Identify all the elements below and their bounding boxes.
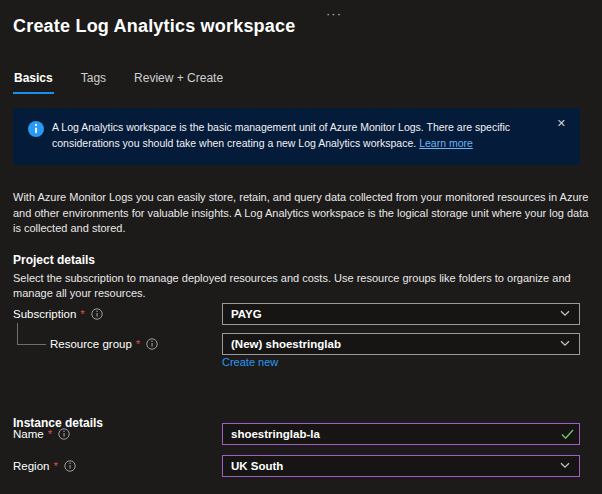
subscription-dropdown-value: PAYG (231, 308, 559, 320)
resource-group-info-icon[interactable] (146, 338, 158, 350)
chevron-down-icon (559, 307, 571, 321)
tab-tags[interactable]: Tags (80, 68, 107, 94)
resource-group-dropdown[interactable]: (New) shoestringlab (222, 333, 580, 355)
region-dropdown[interactable]: UK South (222, 455, 580, 477)
subscription-info-icon[interactable] (91, 308, 103, 320)
resource-group-label-text: Resource group (50, 338, 132, 350)
tab-review-create[interactable]: Review + Create (133, 68, 224, 94)
more-options-button[interactable]: ··· (322, 2, 346, 25)
valid-check-icon (560, 427, 574, 441)
ellipsis-icon: ··· (326, 6, 342, 21)
subscription-dropdown[interactable]: PAYG (222, 303, 580, 325)
wizard-tabs: Basics Tags Review + Create (13, 68, 224, 94)
page-title: Create Log Analytics workspace (13, 16, 295, 37)
create-log-analytics-workspace-page: Create Log Analytics workspace ··· Basic… (0, 0, 602, 494)
banner-message: A Log Analytics workspace is the basic m… (52, 119, 546, 152)
region-info-icon[interactable] (64, 460, 76, 472)
close-icon: ✕ (557, 117, 566, 129)
chevron-down-icon (559, 459, 571, 473)
region-label-text: Region (13, 460, 49, 472)
name-info-icon[interactable] (58, 428, 70, 440)
intro-text: With Azure Monitor Logs you can easily s… (13, 190, 591, 237)
resource-group-dropdown-value: (New) shoestringlab (231, 338, 559, 350)
tree-connector (17, 323, 46, 345)
required-asterisk: * (53, 460, 57, 472)
chevron-down-icon (559, 337, 571, 351)
name-label-text: Name (13, 428, 44, 440)
info-banner: A Log Analytics workspace is the basic m… (13, 108, 580, 165)
create-new-link[interactable]: Create new (222, 356, 278, 368)
info-icon (28, 121, 44, 141)
name-input[interactable] (222, 423, 580, 445)
project-details-description: Select the subscription to manage deploy… (13, 271, 591, 302)
learn-more-link[interactable]: Learn more (419, 137, 473, 149)
subscription-label-text: Subscription (13, 308, 76, 320)
banner-close-button[interactable]: ✕ (554, 114, 569, 133)
required-asterisk: * (136, 338, 140, 350)
region-label: Region * (13, 455, 76, 477)
tab-basics[interactable]: Basics (13, 68, 54, 94)
project-details-heading: Project details (13, 253, 95, 267)
resource-group-label: Resource group * (50, 333, 158, 355)
subscription-label: Subscription * (13, 303, 103, 325)
required-asterisk: * (48, 428, 52, 440)
name-label: Name * (13, 423, 70, 445)
required-asterisk: * (80, 308, 84, 320)
region-dropdown-value: UK South (231, 460, 559, 472)
